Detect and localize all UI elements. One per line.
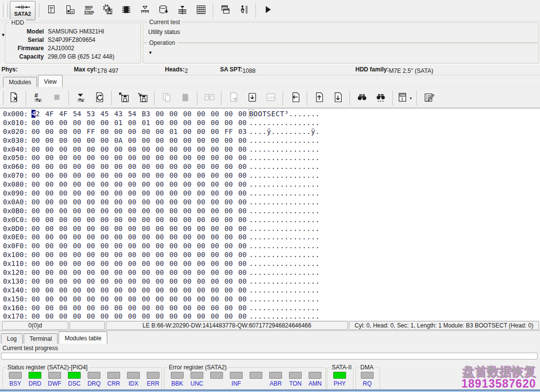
sector-setup-button[interactable]: # [29,90,47,106]
hex-byte[interactable]: 00 [32,251,45,260]
hex-byte[interactable]: 00 [87,225,100,233]
hex-byte[interactable]: 00 [87,277,100,286]
hex-byte[interactable]: 00 [114,189,128,198]
hex-byte[interactable]: 00 [32,189,45,198]
hex-byte[interactable]: 00 [197,286,211,295]
hex-byte[interactable]: 00 [73,180,87,189]
write-sector-button[interactable] [243,90,261,106]
hex-byte[interactable]: 00 [169,304,183,313]
hex-ascii[interactable]: ................ [249,189,320,198]
hex-byte[interactable]: 00 [183,268,197,277]
hex-byte[interactable]: 00 [32,286,45,295]
hex-byte[interactable]: 00 [87,198,100,207]
hex-byte[interactable]: B3 [142,110,156,119]
hex-byte[interactable]: 00 [45,145,59,154]
hex-byte[interactable]: 54 [73,110,87,119]
hex-byte[interactable]: 00 [73,163,87,171]
hex-byte[interactable]: 00 [169,198,183,207]
hex-byte[interactable]: 00 [73,145,87,154]
hex-byte[interactable]: 00 [224,136,238,145]
hex-byte[interactable]: 00 [183,216,197,225]
hex-byte[interactable]: 00 [128,304,142,313]
hex-byte[interactable]: 00 [45,207,59,216]
toolbar-grip[interactable] [1,3,3,17]
hex-byte[interactable]: 00 [128,207,142,216]
hex-byte[interactable]: 00 [224,180,238,189]
hex-ascii[interactable]: ................ [249,225,320,233]
hex-byte[interactable]: 00 [87,171,100,180]
hex-byte[interactable]: 00 [169,110,183,119]
hex-byte[interactable]: 00 [169,145,183,154]
hex-byte[interactable]: 00 [197,119,211,128]
compare-button[interactable] [200,90,219,106]
hex-ascii[interactable]: ................ [249,119,320,128]
hex-byte[interactable]: 00 [224,233,238,242]
hex-byte[interactable]: 00 [128,136,142,145]
hex-byte[interactable]: 00 [73,295,87,304]
hex-byte[interactable]: 00 [32,198,45,207]
hex-byte[interactable]: 00 [73,242,87,251]
terminal-baud-button[interactable]: 960057600 [79,2,98,19]
hex-byte[interactable]: 00 [211,207,224,216]
hex-byte[interactable]: 00 [128,171,142,180]
hex-byte[interactable]: 00 [87,251,100,260]
hex-byte[interactable]: 00 [142,295,156,304]
find-button[interactable] [352,90,371,106]
hex-byte[interactable]: 00 [45,128,59,136]
hex-byte[interactable]: 00 [224,216,238,225]
hex-byte[interactable]: 00 [87,119,100,128]
hex-byte[interactable]: 00 [156,233,169,242]
hex-byte[interactable]: 00 [197,163,211,171]
hex-byte[interactable]: 00 [114,198,128,207]
hex-byte[interactable]: 00 [197,136,211,145]
hex-byte[interactable]: 00 [224,110,238,119]
tab-modules[interactable]: Modules [3,77,37,87]
hex-byte[interactable]: 00 [183,189,197,198]
hex-byte[interactable]: 00 [100,233,114,242]
hex-byte[interactable]: 00 [197,242,211,251]
hex-byte[interactable]: 53 [87,110,100,119]
hex-byte[interactable]: 00 [32,119,45,128]
hex-byte[interactable]: 00 [224,277,238,286]
hex-byte[interactable]: 00 [156,207,169,216]
hex-byte[interactable]: 00 [169,216,183,225]
hex-byte[interactable]: 00 [114,242,128,251]
hex-byte[interactable]: 00 [32,145,45,154]
hex-byte[interactable]: 00 [183,145,197,154]
hex-byte[interactable]: 00 [87,145,100,154]
hex-byte[interactable]: 00 [142,145,156,154]
hex-byte[interactable]: 00 [197,260,211,268]
hex-ascii[interactable]: ................ [249,136,320,145]
hex-byte[interactable]: 00 [211,171,224,180]
hex-byte[interactable]: 00 [169,286,183,295]
hex-byte[interactable]: 00 [114,171,128,180]
hex-ascii[interactable]: ....ÿ.........ÿ. [249,128,320,136]
hex-byte[interactable]: 00 [156,216,169,225]
hex-byte[interactable]: 00 [197,295,211,304]
hex-byte[interactable]: 00 [224,189,238,198]
hex-byte[interactable]: 00 [156,251,169,260]
hex-byte[interactable]: 00 [59,189,73,198]
hex-byte[interactable]: 00 [87,163,100,171]
hex-byte[interactable]: 00 [156,277,169,286]
hex-byte[interactable]: 4F [45,110,59,119]
filter-button[interactable] [71,90,90,106]
hex-byte[interactable]: 00 [224,198,238,207]
hex-ascii[interactable]: ................ [249,216,320,225]
hex-byte[interactable]: 00 [59,216,73,225]
hex-byte[interactable]: 00 [87,295,100,304]
numeric-view-button[interactable]: 123 [261,90,280,106]
hex-byte[interactable]: 00 [197,180,211,189]
hex-byte[interactable]: 00 [100,251,114,260]
hex-byte[interactable]: 00 [45,136,59,145]
hex-byte[interactable]: 00 [142,233,156,242]
hex-byte[interactable]: 00 [100,277,114,286]
hex-byte[interactable]: 00 [169,295,183,304]
hex-byte[interactable]: 00 [183,119,197,128]
hex-byte[interactable]: 00 [156,260,169,268]
hex-ascii[interactable]: ................ [249,163,320,171]
hex-byte[interactable]: 00 [197,207,211,216]
hex-byte[interactable]: 00 [169,225,183,233]
hex-byte[interactable]: 00 [73,198,87,207]
save-to-file-button[interactable] [133,90,152,106]
